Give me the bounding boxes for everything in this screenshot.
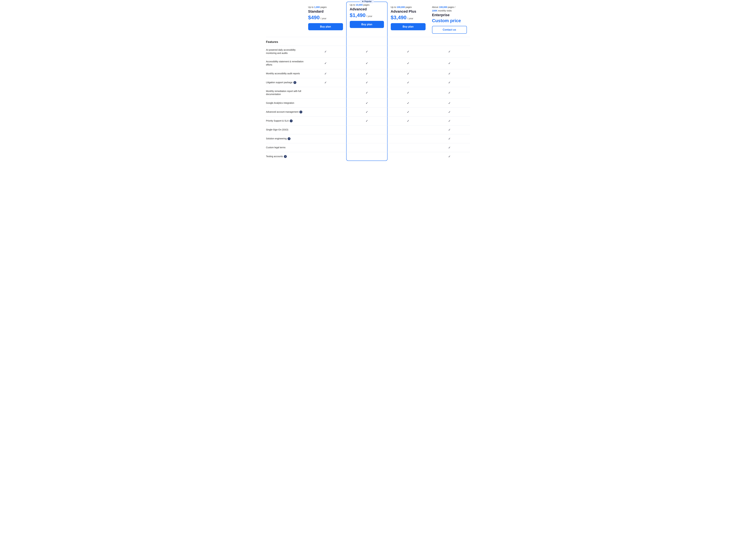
- check-icon: ✓: [407, 91, 410, 95]
- feature-cell-advanced: ✓: [346, 78, 388, 87]
- feature-row: AI-powered daily accessibility monitorin…: [266, 46, 470, 57]
- standard-pages-count: 1,000: [314, 6, 320, 8]
- advanced-price-unit: / year: [366, 15, 373, 17]
- standard-buy-button[interactable]: Buy plan: [308, 23, 343, 30]
- feature-cell-advanced_plus: [388, 134, 429, 143]
- enterprise-pages: Above 100,000 pages /: [432, 6, 467, 8]
- enterprise-visits-count: 100K: [432, 9, 438, 12]
- check-icon: ✓: [448, 81, 451, 84]
- check-icon: ✓: [448, 128, 451, 132]
- feature-row: Advanced account managementi✓✓✓: [266, 107, 470, 116]
- check-icon: ✓: [448, 119, 451, 123]
- feature-cell-enterprise: ✓: [429, 46, 470, 57]
- feature-cell-enterprise: ✓: [429, 78, 470, 87]
- advanced-name: Advanced: [350, 7, 384, 11]
- feature-cell-advanced: [346, 134, 388, 143]
- feature-name-cell: Testing accountsi: [266, 152, 305, 161]
- feature-row: Monthly remediation report with full doc…: [266, 87, 470, 99]
- feature-cell-enterprise: ✓: [429, 125, 470, 134]
- check-icon: ✓: [448, 137, 451, 140]
- info-icon[interactable]: i: [299, 111, 302, 113]
- feature-row: Single-Sign-On (SSO)✓: [266, 125, 470, 134]
- feature-name-cell: Google Analytics Integration: [266, 99, 305, 107]
- feature-cell-enterprise: ✓: [429, 69, 470, 78]
- standard-pages: Up to 1,000 pages: [308, 6, 343, 8]
- advanced-price-block: $1,490 / year: [350, 12, 384, 18]
- feature-name-cell: Solution engineeringi: [266, 134, 305, 143]
- feature-cell-enterprise: ✓: [429, 152, 470, 161]
- check-icon: ✓: [365, 110, 368, 114]
- check-icon: ✓: [365, 119, 368, 123]
- advanced-plus-buy-button[interactable]: Buy plan: [391, 23, 426, 30]
- plan-header-advanced: ★ Popular Up to 10,000 pages Advanced $1…: [346, 2, 388, 37]
- enterprise-pages-count: 100,000: [439, 6, 447, 8]
- check-icon: ✓: [365, 91, 368, 95]
- enterprise-contact-button[interactable]: Contact us: [432, 26, 467, 34]
- features-enterprise-header: [429, 37, 470, 46]
- check-icon: ✓: [407, 62, 410, 65]
- info-icon[interactable]: i: [287, 137, 290, 140]
- feature-cell-advanced_plus: ✓: [388, 117, 429, 125]
- feature-cell-standard: [305, 99, 346, 107]
- feature-name-cell: Single-Sign-On (SSO): [266, 125, 305, 134]
- check-icon: ✓: [448, 62, 451, 65]
- advanced-pages: Up to 10,000 pages: [350, 4, 384, 6]
- advanced-price: $1,490: [350, 12, 365, 18]
- check-icon: ✓: [324, 62, 327, 65]
- feature-row: Accessibility statement & remediation ef…: [266, 57, 470, 69]
- feature-cell-advanced_plus: ✓: [388, 108, 429, 116]
- standard-price-unit: / year: [320, 17, 326, 20]
- feature-name-cell: Advanced account managementi: [266, 108, 305, 116]
- feature-cell-advanced: [346, 125, 388, 134]
- feature-cell-enterprise: ✓: [429, 87, 470, 99]
- advanced-plus-name: Advanced Plus: [391, 9, 426, 14]
- info-icon[interactable]: i: [284, 155, 287, 158]
- feature-row: Priority Support & SLAi✓✓✓: [266, 116, 470, 125]
- info-icon[interactable]: i: [293, 81, 296, 84]
- feature-name-cell: Custom legal terms: [266, 143, 305, 152]
- plan-header-standard: Up to 1,000 pages Standard $490 / year B…: [305, 3, 346, 37]
- enterprise-name: Enterprise: [432, 13, 467, 17]
- check-icon: ✓: [324, 72, 327, 75]
- standard-price-block: $490 / year: [308, 15, 343, 21]
- check-icon: ✓: [448, 50, 451, 53]
- standard-price: $490: [308, 15, 320, 20]
- check-icon: ✓: [365, 62, 368, 65]
- feature-name-cell: Monthly accessibility audit reports: [266, 69, 305, 78]
- feature-row: Google Analytics Integration✓✓✓: [266, 99, 470, 107]
- feature-cell-advanced: ✓: [346, 117, 388, 125]
- check-icon: ✓: [448, 155, 451, 158]
- feature-cell-standard: ✓: [305, 78, 346, 87]
- features-header-spacer: [266, 3, 305, 37]
- feature-cell-advanced: ✓: [346, 57, 388, 69]
- feature-cell-standard: ✓: [305, 46, 346, 57]
- feature-name-cell: Monthly remediation report with full doc…: [266, 87, 305, 99]
- check-icon: ✓: [407, 81, 410, 84]
- feature-cell-advanced: ✓: [346, 87, 388, 99]
- plans-header: Up to 1,000 pages Standard $490 / year B…: [266, 3, 470, 37]
- feature-cell-advanced_plus: ✓: [388, 99, 429, 107]
- feature-cell-standard: [305, 87, 346, 99]
- feature-cell-advanced_plus: [388, 125, 429, 134]
- standard-name: Standard: [308, 9, 343, 14]
- enterprise-visits: 100K monthly visits: [432, 9, 467, 12]
- advanced-plus-pages-count: 100,000: [397, 6, 405, 8]
- feature-cell-standard: [305, 143, 346, 152]
- pricing-table: Up to 1,000 pages Standard $490 / year B…: [266, 3, 470, 161]
- check-icon: ✓: [365, 81, 368, 84]
- advanced-buy-button[interactable]: Buy plan: [350, 21, 384, 28]
- feature-cell-advanced: [346, 152, 388, 161]
- plan-header-enterprise: Above 100,000 pages / 100K monthly visit…: [429, 3, 470, 37]
- check-icon: ✓: [407, 72, 410, 75]
- feature-cell-enterprise: ✓: [429, 99, 470, 107]
- check-icon: ✓: [407, 119, 410, 123]
- check-icon: ✓: [448, 91, 451, 95]
- feature-cell-enterprise: ✓: [429, 143, 470, 152]
- check-icon: ✓: [407, 50, 410, 53]
- check-icon: ✓: [324, 81, 327, 84]
- feature-cell-standard: [305, 152, 346, 161]
- check-icon: ✓: [448, 146, 451, 149]
- feature-cell-standard: [305, 117, 346, 125]
- feature-cell-advanced: ✓: [346, 108, 388, 116]
- info-icon[interactable]: i: [290, 119, 292, 122]
